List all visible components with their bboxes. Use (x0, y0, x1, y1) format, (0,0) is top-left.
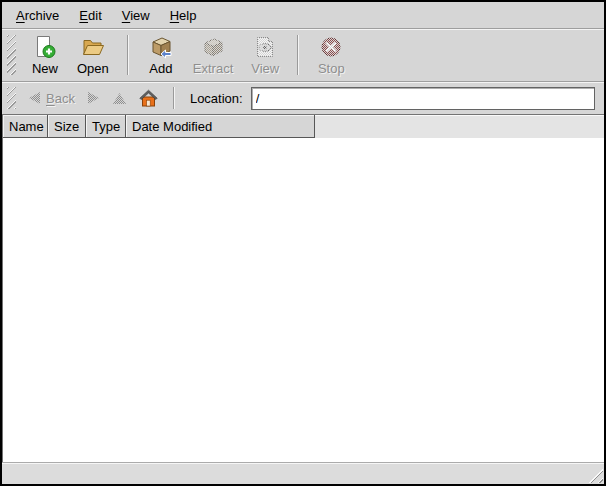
back-button[interactable]: Back (22, 87, 81, 110)
archive-manager-window: Archive Edit View Help New (0, 0, 606, 486)
new-button-label: New (32, 61, 58, 76)
statusbar (2, 463, 604, 484)
open-archive-icon (81, 35, 105, 59)
toolbar-drag-handle[interactable] (7, 35, 16, 75)
open-button[interactable]: Open (68, 31, 118, 80)
column-header-type[interactable]: Type (86, 115, 126, 138)
stop-button[interactable]: Stop (308, 31, 354, 80)
menu-archive-label: A (16, 8, 25, 23)
add-button[interactable]: Add (138, 31, 184, 80)
resize-grip[interactable] (586, 466, 603, 483)
toolbar-separator (127, 35, 129, 75)
stop-icon (319, 35, 343, 59)
open-button-label: Open (77, 61, 109, 76)
back-arrow-icon (28, 91, 41, 105)
menu-archive[interactable]: Archive (8, 5, 67, 26)
home-icon (139, 89, 158, 107)
extract-button[interactable]: Extract (184, 31, 242, 80)
new-button[interactable]: New (22, 31, 68, 80)
location-label: Location: (190, 91, 243, 106)
extract-icon (201, 35, 225, 59)
location-bar: Back Location: (2, 81, 604, 114)
column-header-row: Name Size Type Date Modified (3, 115, 604, 138)
new-archive-icon (33, 35, 57, 59)
menu-view-label-rest: iew (130, 8, 150, 23)
add-button-label: Add (149, 61, 172, 76)
menu-edit[interactable]: Edit (71, 5, 109, 26)
toolbar-separator (297, 35, 299, 75)
up-arrow-icon (112, 92, 127, 105)
location-input[interactable] (251, 87, 595, 110)
forward-button[interactable] (81, 87, 106, 109)
extract-button-label: Extract (193, 61, 233, 76)
file-list-empty-area[interactable] (3, 138, 604, 463)
menu-archive-label-rest: rchive (25, 8, 60, 23)
column-header-filler (315, 115, 604, 138)
file-list-view: Name Size Type Date Modified (2, 114, 604, 463)
forward-arrow-icon (87, 91, 100, 105)
menu-help[interactable]: Help (162, 5, 205, 26)
menu-view-label: V (122, 8, 130, 23)
location-bar-drag-handle[interactable] (7, 87, 16, 109)
menu-help-label-rest: elp (179, 8, 196, 23)
menu-help-label: H (170, 8, 179, 23)
stop-button-label: Stop (318, 61, 345, 76)
view-button[interactable]: View (242, 31, 288, 80)
column-header-name[interactable]: Name (3, 115, 48, 138)
column-header-date-modified[interactable]: Date Modified (126, 115, 315, 138)
home-button[interactable] (133, 85, 164, 111)
menubar: Archive Edit View Help (2, 2, 604, 28)
toolbar: New Open Add (2, 28, 604, 81)
menu-edit-label: E (79, 8, 88, 23)
menu-edit-label-rest: dit (88, 8, 102, 23)
add-files-icon (149, 35, 173, 59)
up-button[interactable] (106, 88, 133, 109)
column-header-size[interactable]: Size (48, 115, 86, 138)
location-bar-separator (173, 87, 175, 109)
back-button-label: Back (46, 91, 75, 106)
view-button-label: View (251, 61, 279, 76)
menu-view[interactable]: View (114, 5, 158, 26)
view-file-icon (253, 35, 277, 59)
